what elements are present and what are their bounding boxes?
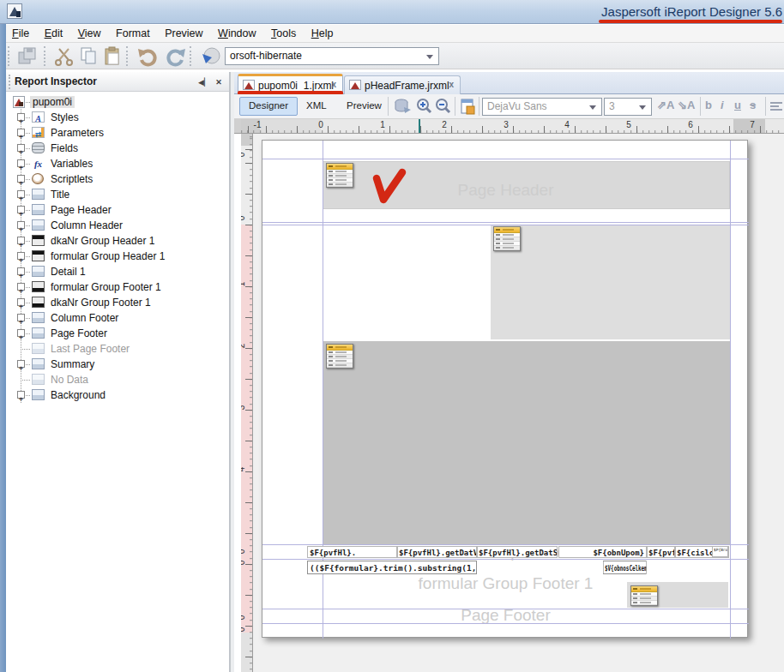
tree-item-page-header[interactable]: Page Header [6,202,229,218]
band-icon [32,389,45,400]
tree-item-styles[interactable]: Styles [6,110,229,125]
expand-toggle[interactable] [17,391,25,399]
designer-tab-button[interactable]: Designer [239,97,298,116]
tree-item-dkanr-group-footer[interactable]: dkaNr Group Footer 1 [6,295,229,310]
close-panel-icon[interactable] [213,76,225,88]
tab-pheadframe-jrxml[interactable]: pHeadFrame.jrxml x [344,75,461,94]
table-element-icon[interactable] [630,585,658,606]
tree-item-summary[interactable]: Summary [6,357,229,372]
tree-item-title-band[interactable]: Title [6,187,229,202]
underline-button[interactable]: u [734,99,741,111]
tab-close-icon[interactable]: x [449,80,454,89]
tree-item-no-data[interactable]: No Data [6,372,229,387]
band-separator-line[interactable] [262,159,749,159]
expand-toggle[interactable] [17,159,25,167]
tree-item-formular-group-footer[interactable]: formular Group Footer 1 [6,279,229,295]
cut-button[interactable] [53,45,75,68]
save-all-button[interactable] [16,45,39,68]
expand-toggle[interactable] [17,237,25,244]
xml-tab-button[interactable]: XML [298,97,335,116]
report-textfield[interactable]: (($F{formular}.trim().substring(1, [307,561,477,574]
tree-item-column-header[interactable]: Column Header [6,218,229,233]
zoom-out-button[interactable] [434,97,453,116]
band-separator-line[interactable] [262,225,749,225]
table-element-icon[interactable] [493,226,521,251]
report-textfield[interactable]: $F{pvfHl}.getDatV [397,546,477,558]
menu-item-window[interactable]: Window [212,25,262,43]
menu-item-format[interactable]: Format [110,25,156,43]
tree-item-dkanr-group-header[interactable]: dkaNr Group Header 1 [6,233,229,249]
expand-toggle[interactable] [17,283,25,291]
expand-toggle[interactable] [17,360,25,368]
align-text-button[interactable] [769,97,784,116]
increase-font-button[interactable]: ⇗A [657,99,674,111]
tree-item-root[interactable]: pupom0i [6,94,229,110]
preview-tab-button[interactable]: Preview [338,97,390,116]
copy-button[interactable] [78,45,100,68]
group-header-frame[interactable] [491,225,730,339]
dock-panel-icon[interactable] [198,76,210,88]
report-textfield[interactable]: $V{obnosCelkem} [603,561,647,574]
panel-splitter[interactable] [230,72,234,672]
band-separator-line[interactable] [262,559,749,560]
expand-toggle[interactable] [17,252,25,260]
bold-button[interactable]: b [705,99,712,111]
menu-item-tools[interactable]: Tools [265,25,302,43]
expand-toggle[interactable] [17,314,25,321]
expand-toggle[interactable] [17,113,25,121]
font-size-select[interactable]: 3 [604,98,652,116]
toolbar-grip [8,46,9,66]
report-textfield-small[interactable]: $P{Bro [712,546,728,557]
menu-item-view[interactable]: View [72,25,107,43]
tree-item-column-footer[interactable]: Column Footer [6,310,229,326]
report-textfield[interactable]: $F{pvfHl}.getDatS [477,546,558,558]
expand-toggle[interactable] [17,298,25,306]
tree-item-background[interactable]: Background [6,387,229,403]
expand-toggle[interactable] [17,144,25,152]
datasource-select[interactable]: orsoft-hibernate [225,47,439,65]
report-textfield[interactable]: $F{pvf [647,546,675,558]
band-separator-line[interactable] [262,222,749,223]
strikethrough-button[interactable]: s [750,99,756,111]
expand-toggle[interactable] [17,329,25,337]
tree-item-fields[interactable]: Fields [6,141,229,156]
font-family-select[interactable]: DejaVu Sans [482,98,602,116]
report-page[interactable]: dkaNr Group Footer 1 formular Group Foot… [262,140,748,638]
tab-close-icon[interactable]: x [331,80,336,89]
table-element-icon[interactable] [326,344,353,369]
expand-toggle[interactable] [17,129,25,136]
report-textfield[interactable]: $F{obnUpom} [558,546,647,558]
tree-item-detail[interactable]: Detail 1 [6,264,229,279]
redo-button[interactable] [165,45,187,68]
paste-button[interactable] [102,45,124,68]
tree-item-formular-group-header[interactable]: formular Group Header 1 [6,249,229,264]
page-format-button[interactable] [458,97,477,116]
expand-toggle[interactable] [17,221,25,229]
expand-toggle[interactable] [17,190,25,198]
tree-item-scriptlets[interactable]: Scriptlets [6,171,229,187]
report-query-button[interactable] [393,97,412,116]
zoom-in-button[interactable] [415,97,434,116]
design-canvas[interactable]: dkaNr Group Footer 1 formular Group Foot… [253,134,784,672]
expand-toggle[interactable] [17,267,25,275]
menu-item-help[interactable]: Help [305,25,340,43]
italic-button[interactable]: i [721,99,724,111]
tree-item-last-page-footer[interactable]: Last Page Footer [6,341,229,357]
tree-item-page-footer[interactable]: Page Footer [6,326,229,341]
undo-button[interactable] [136,45,159,68]
menu-item-edit[interactable]: Edit [39,25,69,43]
band-separator-line[interactable] [262,623,749,624]
expand-toggle[interactable] [17,175,25,183]
decrease-font-button[interactable]: ⇘A [678,99,695,111]
detail-frame[interactable] [323,341,730,544]
table-element-icon[interactable] [326,163,353,188]
report-textfield[interactable]: $F{pvfHl}. [307,546,397,558]
expand-toggle[interactable] [17,206,25,213]
menu-item-file[interactable]: File [6,25,35,43]
band-separator-line[interactable] [262,609,749,609]
menu-item-preview[interactable]: Preview [159,25,208,43]
band-separator-line[interactable] [262,544,749,545]
tree-item-parameters[interactable]: Parameters [6,125,229,141]
datasource-connection-icon[interactable] [200,45,222,68]
tree-item-variables[interactable]: Variables [6,156,229,171]
